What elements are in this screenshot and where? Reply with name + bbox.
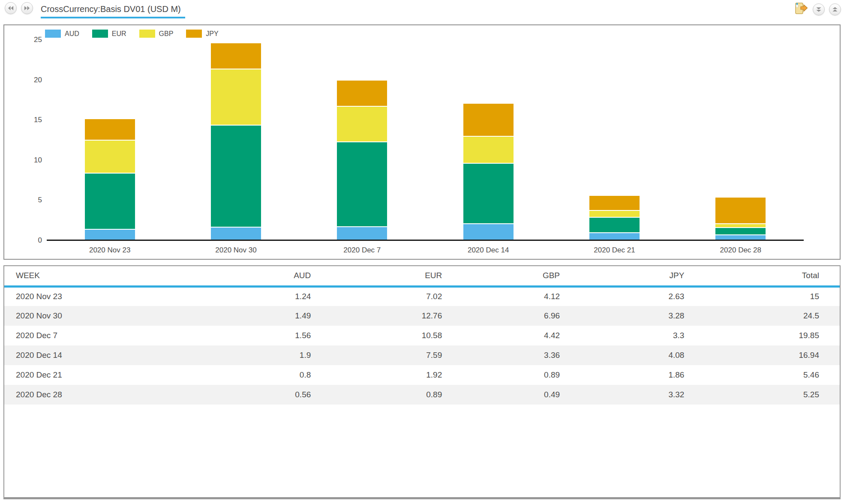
bar-segment-eur-2020-nov-23[interactable] [85,174,135,230]
export-button[interactable] [793,2,808,16]
column-header-total[interactable]: Total [684,266,840,286]
bar-segment-gbp-2020-dec-21[interactable] [589,211,640,218]
bar-segment-jpy-2020-dec-21[interactable] [589,196,640,211]
bar-segment-eur-2020-nov-30[interactable] [211,126,261,228]
legend-swatch-aud [45,30,61,38]
bar-segment-eur-2020-dec-7[interactable] [337,142,387,227]
stacked-bar-chart: 2020 Nov 232020 Nov 302020 Dec 72020 Dec… [47,37,804,259]
value-cell: 19.85 [684,326,840,345]
value-cell: 1.24 [184,286,311,306]
legend-swatch-eur [92,30,108,38]
bar-segment-aud-2020-nov-30[interactable] [211,228,261,240]
bar-segment-gbp-2020-nov-30[interactable] [211,69,261,125]
export-report-icon [793,2,808,15]
y-axis-tick-label: 10 [34,156,42,165]
bar-slot-2020-dec-7 [299,37,425,240]
bar-segment-jpy-2020-dec-28[interactable] [715,198,766,224]
y-axis-tick-label: 0 [38,236,42,245]
value-cell: 1.9 [184,345,311,365]
collapse-all-button[interactable] [813,3,825,15]
value-cell: 5.46 [684,365,840,385]
bar-segment-aud-2020-nov-23[interactable] [85,230,135,240]
chart-legend: AUDEURGBPJPY [45,30,219,38]
week-cell: 2020 Dec 14 [4,345,184,365]
bar-segment-gbp-2020-dec-28[interactable] [715,224,766,228]
legend-label: AUD [65,30,79,38]
legend-item-eur[interactable]: EUR [92,30,126,38]
x-axis-label: 2020 Nov 30 [173,246,299,255]
bar-segment-aud-2020-dec-14[interactable] [463,224,514,240]
stacked-bar-2020-dec-28 [715,198,766,240]
bar-segment-jpy-2020-nov-23[interactable] [85,119,135,140]
bar-segment-eur-2020-dec-28[interactable] [715,228,766,235]
week-cell: 2020 Dec 7 [4,326,184,345]
bar-segment-gbp-2020-dec-14[interactable] [463,137,514,164]
bar-segment-eur-2020-dec-21[interactable] [589,218,640,233]
value-cell: 7.02 [311,286,442,306]
table-panel: WEEKAUDEURGBPJPYTotal 2020 Nov 231.247.0… [3,265,841,499]
bar-segment-aud-2020-dec-21[interactable] [589,233,640,240]
value-cell: 24.5 [684,306,840,326]
table-row[interactable]: 2020 Dec 280.560.890.493.325.25 [4,385,840,405]
chart-panel: AUDEURGBPJPY 2020 Nov 232020 Nov 302020 … [3,24,841,260]
column-header-eur[interactable]: EUR [311,266,442,286]
bar-segment-gbp-2020-dec-7[interactable] [337,107,387,142]
bar-segment-jpy-2020-nov-30[interactable] [211,43,261,69]
nav-group [5,2,33,14]
column-header-aud[interactable]: AUD [184,266,311,286]
double-chevron-up-icon [829,3,841,15]
x-axis-label: 2020 Dec 21 [551,246,677,255]
legend-item-aud[interactable]: AUD [45,30,79,38]
legend-item-jpy[interactable]: JPY [186,30,218,38]
next-button[interactable] [21,2,33,14]
y-axis-tick-label: 15 [34,116,42,124]
double-chevron-left-icon [5,2,16,14]
bar-segment-aud-2020-dec-7[interactable] [337,227,387,240]
bar-slot-2020-dec-14 [425,37,551,240]
bar-segment-jpy-2020-dec-7[interactable] [337,81,387,107]
bar-segment-jpy-2020-dec-14[interactable] [463,104,514,136]
table-header-row: WEEKAUDEURGBPJPYTotal [4,266,840,286]
value-cell: 3.3 [560,326,684,345]
bar-segment-gbp-2020-nov-23[interactable] [85,141,135,174]
value-cell: 0.89 [311,385,442,405]
column-header-gbp[interactable]: GBP [442,266,560,286]
table-row[interactable]: 2020 Dec 71.5610.584.423.319.85 [4,326,840,345]
x-axis-label: 2020 Dec 7 [299,246,425,255]
x-axis-label: 2020 Dec 14 [425,246,551,255]
column-header-week[interactable]: WEEK [4,266,184,286]
value-cell: 10.58 [311,326,442,345]
stacked-bar-2020-dec-7 [337,81,387,240]
column-header-jpy[interactable]: JPY [560,266,684,286]
toolbar-right-group [793,2,841,16]
value-cell: 1.49 [184,306,311,326]
value-cell: 5.25 [684,385,840,405]
table-row[interactable]: 2020 Dec 141.97.593.364.0816.94 [4,345,840,365]
prev-button[interactable] [5,2,17,14]
bar-segment-eur-2020-dec-14[interactable] [463,164,514,225]
value-cell: 4.08 [560,345,684,365]
page-title: CrossCurrency:Basis DV01 (USD M) [41,3,185,18]
table-row[interactable]: 2020 Dec 210.81.920.891.865.46 [4,365,840,385]
legend-item-gbp[interactable]: GBP [139,30,174,38]
legend-swatch-gbp [139,30,155,38]
y-axis-tick-label: 25 [34,36,42,44]
y-axis-tick-label: 5 [38,196,42,204]
table-row[interactable]: 2020 Nov 231.247.024.122.6315 [4,286,840,306]
x-axis-label: 2020 Dec 28 [678,246,804,255]
value-cell: 15 [684,286,840,306]
legend-label: GBP [159,30,174,38]
title-wrap: CrossCurrency:Basis DV01 (USD M) [41,3,185,18]
value-cell: 2.63 [560,286,684,306]
table-row[interactable]: 2020 Nov 301.4912.766.963.2824.5 [4,306,840,326]
expand-all-button[interactable] [829,3,841,15]
bar-segment-aud-2020-dec-28[interactable] [715,235,766,240]
stacked-bar-2020-nov-23 [85,119,135,240]
value-cell: 1.92 [311,365,442,385]
double-chevron-down-icon [813,3,824,15]
value-cell: 3.32 [560,385,684,405]
week-cell: 2020 Nov 23 [4,286,184,306]
bar-slot-2020-dec-21 [551,37,677,240]
summary-table: WEEKAUDEURGBPJPYTotal 2020 Nov 231.247.0… [4,266,840,405]
double-chevron-right-icon [21,2,33,14]
